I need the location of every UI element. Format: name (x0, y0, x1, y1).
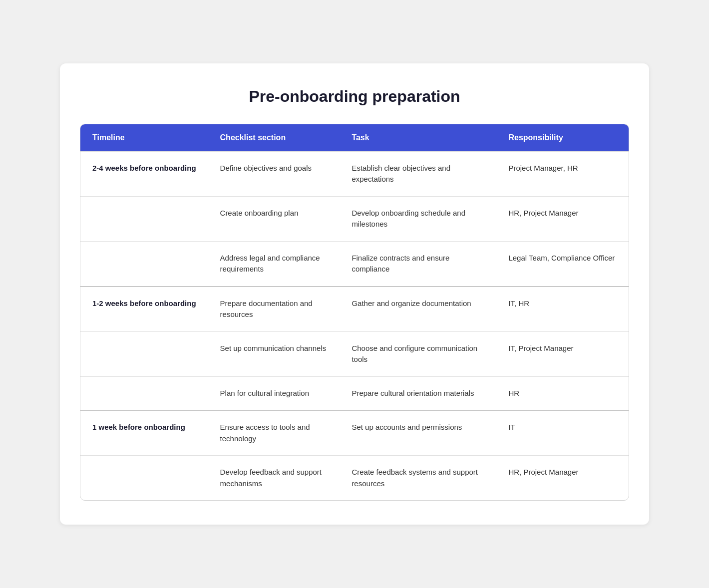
task-cell: Choose and configure communication tools (340, 331, 496, 376)
checklist-cell: Define objectives and goals (208, 151, 340, 196)
timeline-cell: 2-4 weeks before onboarding (80, 151, 208, 196)
page-title: Pre-onboarding preparation (80, 87, 629, 106)
responsibility-cell: IT, HR (496, 287, 629, 332)
table-wrapper: Timeline Checklist section Task Responsi… (80, 124, 629, 501)
responsibility-cell: HR, Project Manager (496, 456, 629, 501)
task-cell: Create feedback systems and support reso… (340, 456, 496, 501)
table-body: 2-4 weeks before onboardingDefine object… (80, 151, 629, 500)
checklist-cell: Develop feedback and support mechanisms (208, 456, 340, 501)
task-cell: Gather and organize documentation (340, 287, 496, 332)
responsibility-cell: HR, Project Manager (496, 196, 629, 241)
task-cell: Set up accounts and permissions (340, 410, 496, 456)
table-row: Create onboarding planDevelop onboarding… (80, 196, 629, 241)
table-row: 1-2 weeks before onboardingPrepare docum… (80, 287, 629, 332)
timeline-cell (80, 331, 208, 376)
timeline-cell (80, 241, 208, 287)
col-header-responsibility: Responsibility (496, 124, 629, 152)
col-header-checklist: Checklist section (208, 124, 340, 152)
timeline-cell (80, 196, 208, 241)
table-header: Timeline Checklist section Task Responsi… (80, 124, 629, 152)
checklist-cell: Plan for cultural integration (208, 376, 340, 410)
responsibility-cell: Legal Team, Compliance Officer (496, 241, 629, 287)
task-cell: Prepare cultural orientation materials (340, 376, 496, 410)
timeline-cell (80, 376, 208, 410)
responsibility-cell: Project Manager, HR (496, 151, 629, 196)
main-table: Timeline Checklist section Task Responsi… (80, 124, 629, 501)
responsibility-cell: IT (496, 410, 629, 456)
table-row: 2-4 weeks before onboardingDefine object… (80, 151, 629, 196)
timeline-cell (80, 456, 208, 501)
col-header-timeline: Timeline (80, 124, 208, 152)
col-header-task: Task (340, 124, 496, 152)
table-row: Set up communication channelsChoose and … (80, 331, 629, 376)
table-row: 1 week before onboardingEnsure access to… (80, 410, 629, 456)
checklist-cell: Ensure access to tools and technology (208, 410, 340, 456)
table-row: Develop feedback and support mechanismsC… (80, 456, 629, 501)
responsibility-cell: IT, Project Manager (496, 331, 629, 376)
checklist-cell: Create onboarding plan (208, 196, 340, 241)
checklist-cell: Set up communication channels (208, 331, 340, 376)
header-row: Timeline Checklist section Task Responsi… (80, 124, 629, 152)
timeline-cell: 1 week before onboarding (80, 410, 208, 456)
page-container: Pre-onboarding preparation Timeline Chec… (60, 63, 649, 525)
table-row: Plan for cultural integrationPrepare cul… (80, 376, 629, 410)
checklist-cell: Prepare documentation and resources (208, 287, 340, 332)
checklist-cell: Address legal and compliance requirement… (208, 241, 340, 287)
task-cell: Finalize contracts and ensure compliance (340, 241, 496, 287)
table-row: Address legal and compliance requirement… (80, 241, 629, 287)
timeline-cell: 1-2 weeks before onboarding (80, 287, 208, 332)
responsibility-cell: HR (496, 376, 629, 410)
task-cell: Establish clear objectives and expectati… (340, 151, 496, 196)
task-cell: Develop onboarding schedule and mileston… (340, 196, 496, 241)
